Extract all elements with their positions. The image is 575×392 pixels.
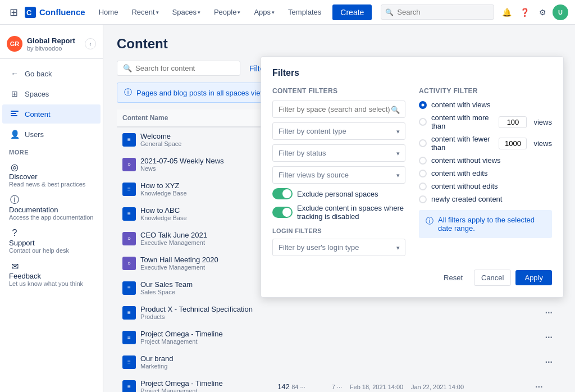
views-source-select[interactable]: Filter views by source bbox=[272, 166, 405, 184]
sidebar-item-support[interactable]: ? Support Contact our help desk bbox=[2, 225, 101, 257]
row-more-button[interactable]: ··· bbox=[542, 356, 556, 368]
nav-recent[interactable]: Recent ▾ bbox=[127, 6, 163, 19]
status-select[interactable]: Filter by status bbox=[272, 144, 405, 162]
sidebar-section-more: MORE bbox=[0, 144, 103, 158]
filter-info-text: All filters apply to the selected date r… bbox=[438, 216, 545, 233]
sidebar-item-spaces[interactable]: ⊞ Spaces bbox=[2, 84, 101, 103]
activity-filter-col: Activity Filter content with views conte… bbox=[419, 87, 552, 261]
sidebar-item-label: Users bbox=[25, 130, 44, 139]
sidebar-toggle[interactable]: ‹ bbox=[85, 38, 96, 49]
row-content: ≡ Project Omega - Timeline Project Manag… bbox=[117, 375, 272, 392]
content-filters-label: Content Filters bbox=[272, 87, 405, 95]
content-type-select[interactable]: Filter by content type bbox=[272, 122, 405, 140]
space-filter-input[interactable] bbox=[272, 101, 405, 118]
content-name: Town Hall Meeting 2020 bbox=[140, 256, 218, 264]
content-name: How to XYZ bbox=[140, 181, 187, 190]
activity-option-with-edits: content with edits bbox=[419, 169, 552, 177]
content-space: General Space bbox=[140, 140, 181, 147]
radio-newly-created[interactable] bbox=[419, 195, 427, 203]
exclude-personal-toggle[interactable] bbox=[272, 188, 293, 199]
help-icon[interactable]: ❓ bbox=[517, 4, 532, 20]
blog-icon: » bbox=[122, 158, 136, 171]
exclude-tracking-toggle[interactable] bbox=[272, 207, 293, 218]
sidebar-item-discover[interactable]: ◎ Discover Read news & best practices bbox=[2, 158, 101, 190]
row-more-button[interactable]: ··· bbox=[542, 331, 556, 344]
row-content: ≡ Project Omega - Timeline Project Manag… bbox=[117, 325, 503, 350]
sidebar: GR Global Report by bitvoodoo ‹ ← Go bac… bbox=[0, 25, 103, 392]
radio-suffix-fewer-than: views bbox=[533, 139, 552, 148]
svg-rect-3 bbox=[11, 113, 16, 114]
radio-label-with-edits: content with edits bbox=[431, 169, 487, 177]
row-more-button[interactable]: ··· bbox=[542, 307, 556, 319]
nav-spaces[interactable]: Spaces ▾ bbox=[168, 6, 205, 19]
filter-actions: Reset Cancel Apply bbox=[272, 270, 552, 286]
radio-fewer-than[interactable] bbox=[419, 139, 427, 147]
radio-with-edits[interactable] bbox=[419, 170, 427, 177]
notifications-icon[interactable]: 🔔 bbox=[499, 4, 514, 20]
apply-button[interactable]: Apply bbox=[515, 270, 552, 285]
row-views bbox=[503, 325, 536, 350]
sidebar-item-users[interactable]: 👤 Users bbox=[2, 125, 101, 144]
content-filters-col: Content Filters 🔍 Filter by content type… bbox=[272, 87, 405, 261]
blog-icon: » bbox=[122, 257, 136, 270]
nav-people[interactable]: People ▾ bbox=[209, 6, 245, 19]
sidebar-sub-desc: Let us know what you think bbox=[9, 280, 94, 287]
svg-rect-4 bbox=[11, 115, 17, 116]
exclude-personal-toggle-row: Exclude personal spaces bbox=[272, 188, 405, 199]
content-space: Project Management bbox=[140, 388, 223, 392]
radio-without-views[interactable] bbox=[419, 157, 427, 165]
activity-filter-label: Activity Filter bbox=[419, 87, 552, 95]
app-logo[interactable]: C Confluence bbox=[25, 7, 85, 18]
user-avatar[interactable]: U bbox=[553, 4, 568, 20]
fewer-than-input[interactable] bbox=[499, 138, 527, 149]
more-than-input[interactable] bbox=[499, 116, 527, 128]
content-name: Welcome bbox=[140, 132, 181, 140]
radio-more-than[interactable] bbox=[419, 118, 427, 126]
sidebar-sub-desc: Read news & best practices bbox=[9, 181, 94, 188]
search-bar: 🔍 bbox=[117, 61, 240, 76]
sidebar-brand: GR Global Report by bitvoodoo ‹ bbox=[7, 36, 96, 52]
content-name: Our Sales Team bbox=[140, 280, 193, 289]
cancel-button[interactable]: Cancel bbox=[474, 270, 511, 286]
activity-option-without-edits: content without edits bbox=[419, 182, 552, 190]
topnav-icons: 🔔 ❓ ⚙ U bbox=[499, 4, 568, 20]
row-views: 142 84 ··· bbox=[272, 375, 326, 392]
sidebar-item-content[interactable]: Content bbox=[2, 104, 101, 124]
search-icon: 🔍 bbox=[385, 8, 394, 16]
brand-sub: by bitvoodoo bbox=[27, 45, 75, 52]
sidebar-item-documentation[interactable]: ⓘ Documentation Access the app documenta… bbox=[2, 192, 101, 224]
nav-templates[interactable]: Templates bbox=[284, 6, 326, 19]
row-more-button[interactable]: ··· bbox=[532, 381, 546, 393]
login-type-select[interactable]: Filter by user's login type bbox=[272, 239, 405, 256]
page-icon: ≡ bbox=[122, 183, 136, 196]
settings-icon[interactable]: ⚙ bbox=[535, 4, 550, 20]
table-row: ≡ Product X - Technical Specification Pr… bbox=[117, 300, 562, 325]
nav-apps[interactable]: Apps ▾ bbox=[249, 6, 279, 19]
nav-home[interactable]: Home bbox=[94, 6, 123, 19]
info-icon: ⓘ bbox=[124, 88, 132, 98]
radio-with-views[interactable] bbox=[419, 101, 427, 109]
grid-icon[interactable]: ⊞ bbox=[7, 6, 20, 19]
sidebar-item-go-back[interactable]: ← Go back bbox=[2, 64, 101, 83]
radio-without-edits[interactable] bbox=[419, 183, 427, 190]
confluence-logo-icon: C bbox=[25, 7, 36, 18]
more-views: 84 ··· bbox=[291, 384, 305, 390]
content-name: Project Omega - Timeline bbox=[140, 379, 223, 388]
row-content: ≡ Product X - Technical Specification Pr… bbox=[117, 300, 503, 325]
feedback-icon: ✉ bbox=[9, 261, 20, 272]
content-search-input[interactable] bbox=[135, 64, 234, 72]
search-icon: 🔍 bbox=[391, 105, 400, 113]
brand-name: Global Report bbox=[27, 37, 75, 45]
page-icon: ≡ bbox=[122, 281, 136, 295]
content-type-wrapper: Filter by content type ▾ bbox=[272, 122, 405, 140]
content-space: Knowledge Base bbox=[140, 215, 187, 221]
page-icon: ≡ bbox=[122, 355, 136, 369]
sidebar-sub-title: Support bbox=[9, 239, 94, 247]
reset-button[interactable]: Reset bbox=[437, 270, 469, 285]
create-button[interactable]: Create bbox=[332, 4, 372, 20]
search-input[interactable] bbox=[381, 4, 494, 20]
content-space: Executive Management bbox=[140, 239, 207, 246]
extra-table: ≡ Project Omega - Timeline Project Manag… bbox=[117, 375, 562, 392]
table-row: ≡ Project Omega - Timeline Project Manag… bbox=[117, 375, 562, 392]
sidebar-item-feedback[interactable]: ✉ Feedback Let us know what you think bbox=[2, 258, 101, 290]
